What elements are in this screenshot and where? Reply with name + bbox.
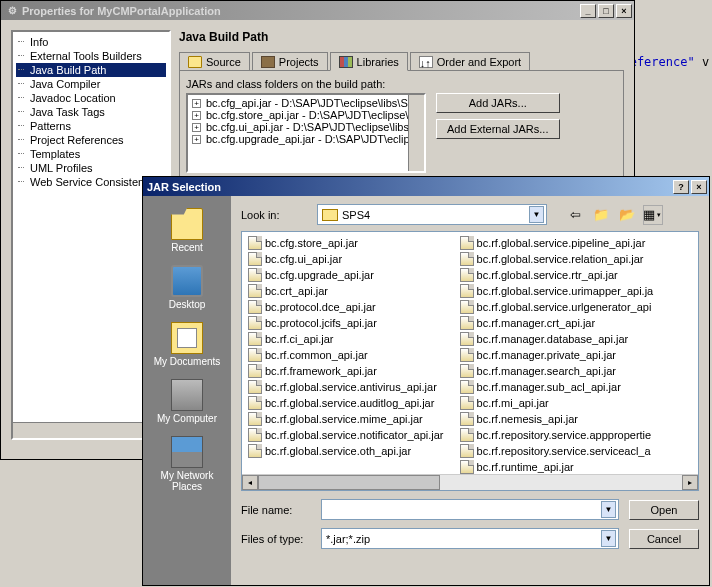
tree-item[interactable]: UML Profiles: [16, 161, 166, 175]
tree-item[interactable]: Info: [16, 35, 166, 49]
network-icon: [171, 436, 203, 468]
jar-dialog-titlebar[interactable]: JAR Selection ? ×: [143, 177, 709, 196]
jar-icon: [460, 460, 474, 474]
view-menu-button[interactable]: ▦: [643, 205, 663, 225]
file-item[interactable]: bc.rf.global.service.notificator_api.jar: [248, 427, 444, 443]
file-item[interactable]: bc.rf.manager.database_api.jar: [460, 331, 654, 347]
file-item[interactable]: bc.rf.global.service.relation_api.jar: [460, 251, 654, 267]
jar-list[interactable]: +bc.cfg_api.jar - D:\SAP\JDT\eclipse\lib…: [186, 93, 426, 173]
expand-icon[interactable]: +: [192, 135, 201, 144]
file-item[interactable]: bc.cfg.store_api.jar: [248, 235, 444, 251]
add-jars-button[interactable]: Add JARs...: [436, 93, 560, 113]
jar-icon: [460, 364, 474, 378]
file-item[interactable]: bc.rf.runtime_api.jar: [460, 459, 654, 475]
open-button[interactable]: Open: [629, 500, 699, 520]
file-item[interactable]: bc.rf.manager.search_api.jar: [460, 363, 654, 379]
place-computer[interactable]: My Computer: [147, 375, 227, 428]
tree-item[interactable]: Java Compiler: [16, 77, 166, 91]
properties-titlebar[interactable]: ⚙ Properties for MyCMPortalApplication _…: [1, 1, 634, 20]
tab-projects[interactable]: Projects: [252, 52, 328, 70]
jar-list-label: JARs and class folders on the build path…: [186, 78, 617, 90]
tab-libraries[interactable]: Libraries: [330, 52, 408, 71]
file-item[interactable]: bc.rf.manager.sub_acl_api.jar: [460, 379, 654, 395]
jar-dialog-title: JAR Selection: [147, 181, 221, 193]
file-item[interactable]: bc.protocol.dce_api.jar: [248, 299, 444, 315]
dropdown-icon[interactable]: ▼: [601, 530, 616, 547]
file-item[interactable]: bc.crt_api.jar: [248, 283, 444, 299]
tab-order-export[interactable]: ↓↑Order and Export: [410, 52, 530, 70]
scroll-left-icon[interactable]: ◂: [242, 475, 258, 490]
filetype-label: Files of type:: [241, 533, 311, 545]
tree-item[interactable]: Project References: [16, 133, 166, 147]
filename-input[interactable]: ▼: [321, 499, 619, 520]
place-desktop[interactable]: Desktop: [147, 261, 227, 314]
file-item[interactable]: bc.rf.framework_api.jar: [248, 363, 444, 379]
back-button[interactable]: ⇦: [565, 205, 585, 225]
file-item[interactable]: bc.cfg.ui_api.jar: [248, 251, 444, 267]
file-item[interactable]: bc.rf.nemesis_api.jar: [460, 411, 654, 427]
place-recent[interactable]: Recent: [147, 204, 227, 257]
dropdown-icon[interactable]: ▼: [601, 501, 616, 518]
jar-selection-dialog: JAR Selection ? × Recent Desktop My Docu…: [142, 176, 710, 586]
tab-source[interactable]: Source: [179, 52, 250, 70]
file-item[interactable]: bc.protocol.jcifs_api.jar: [248, 315, 444, 331]
file-item[interactable]: bc.rf.common_api.jar: [248, 347, 444, 363]
file-item[interactable]: bc.rf.global.service.auditlog_api.jar: [248, 395, 444, 411]
file-item[interactable]: bc.cfg.upgrade_api.jar: [248, 267, 444, 283]
jar-icon: [460, 236, 474, 250]
expand-icon[interactable]: +: [192, 111, 201, 120]
build-path-tabs: Source Projects Libraries ↓↑Order and Ex…: [179, 52, 624, 70]
properties-title: Properties for MyCMPortalApplication: [22, 5, 221, 17]
maximize-button[interactable]: □: [598, 4, 614, 18]
lookin-combo[interactable]: SPS4 ▼: [317, 204, 547, 225]
tree-item-selected[interactable]: Java Build Path: [16, 63, 166, 77]
jar-icon: [248, 348, 262, 362]
close-button[interactable]: ×: [616, 4, 632, 18]
jar-icon: [460, 300, 474, 314]
jar-item[interactable]: +bc.cfg.ui_api.jar - D:\SAP\JDT\eclipse\…: [190, 121, 422, 133]
tree-item[interactable]: Patterns: [16, 119, 166, 133]
scroll-thumb[interactable]: [258, 475, 440, 490]
add-external-jars-button[interactable]: Add External JARs...: [436, 119, 560, 139]
file-item[interactable]: bc.rf.manager.crt_api.jar: [460, 315, 654, 331]
jar-item[interactable]: +bc.cfg.upgrade_api.jar - D:\SAP\JDT\ecl…: [190, 133, 422, 145]
place-network[interactable]: My Network Places: [147, 432, 227, 496]
file-item[interactable]: bc.rf.global.service.rtr_api.jar: [460, 267, 654, 283]
jar-item[interactable]: +bc.cfg.store_api.jar - D:\SAP\JDT\eclip…: [190, 109, 422, 121]
filetype-combo[interactable]: *.jar;*.zip ▼: [321, 528, 619, 549]
file-item[interactable]: bc.rf.global.service.pipeline_api.jar: [460, 235, 654, 251]
file-item[interactable]: bc.rf.global.service.oth_api.jar: [248, 443, 444, 459]
jar-icon: [460, 268, 474, 282]
file-item[interactable]: bc.rf.global.service.urimapper_api.ja: [460, 283, 654, 299]
file-list[interactable]: bc.cfg.store_api.jar bc.cfg.ui_api.jar b…: [241, 231, 699, 491]
expand-icon[interactable]: +: [192, 99, 201, 108]
place-documents[interactable]: My Documents: [147, 318, 227, 371]
cancel-button[interactable]: Cancel: [629, 529, 699, 549]
up-folder-button[interactable]: 📁: [591, 205, 611, 225]
close-button[interactable]: ×: [691, 180, 707, 194]
file-item[interactable]: bc.rf.repository.service.apppropertie: [460, 427, 654, 443]
help-button[interactable]: ?: [673, 180, 689, 194]
file-item[interactable]: bc.rf.global.service.mime_api.jar: [248, 411, 444, 427]
tree-item[interactable]: External Tools Builders: [16, 49, 166, 63]
tree-item[interactable]: Java Task Tags: [16, 105, 166, 119]
file-column-2: bc.rf.global.service.pipeline_api.jar bc…: [460, 235, 654, 471]
file-item[interactable]: bc.rf.repository.service.serviceacl_a: [460, 443, 654, 459]
file-item[interactable]: bc.rf.mi_api.jar: [460, 395, 654, 411]
file-item[interactable]: bc.rf.manager.private_api.jar: [460, 347, 654, 363]
file-item[interactable]: bc.rf.global.service.urlgenerator_api: [460, 299, 654, 315]
jar-icon: [248, 300, 262, 314]
file-item[interactable]: bc.rf.global.service.antivirus_api.jar: [248, 379, 444, 395]
minimize-button[interactable]: _: [580, 4, 596, 18]
dropdown-icon[interactable]: ▼: [529, 206, 544, 223]
jar-item[interactable]: +bc.cfg_api.jar - D:\SAP\JDT\eclipse\lib…: [190, 97, 422, 109]
tree-item[interactable]: Javadoc Location: [16, 91, 166, 105]
scroll-right-icon[interactable]: ▸: [682, 475, 698, 490]
expand-icon[interactable]: +: [192, 123, 201, 132]
tree-item[interactable]: Templates: [16, 147, 166, 161]
jar-scrollbar[interactable]: [408, 95, 424, 171]
new-folder-button[interactable]: 📂: [617, 205, 637, 225]
file-item[interactable]: bc.rf.ci_api.jar: [248, 331, 444, 347]
file-list-scrollbar[interactable]: ◂ ▸: [242, 474, 698, 490]
places-bar: Recent Desktop My Documents My Computer …: [143, 196, 231, 585]
